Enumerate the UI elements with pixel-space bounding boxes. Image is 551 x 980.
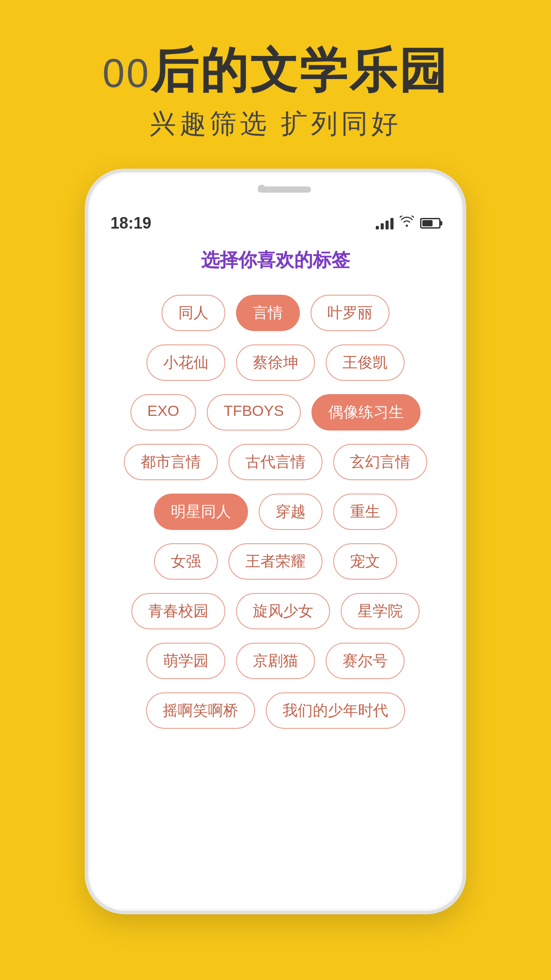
status-bar: 18:19 xyxy=(88,208,463,239)
main-title: 00后的文学乐园 xyxy=(102,44,449,97)
phone-notch xyxy=(88,172,463,208)
tag-5-1[interactable]: 王者荣耀 xyxy=(228,543,323,580)
status-time: 18:19 xyxy=(110,214,151,233)
tag-4-0[interactable]: 明星同人 xyxy=(154,494,248,530)
battery-icon xyxy=(420,218,441,229)
tag-4-2[interactable]: 重生 xyxy=(333,494,397,530)
tag-4-1[interactable]: 穿越 xyxy=(259,494,323,530)
tag-6-2[interactable]: 星学院 xyxy=(341,593,420,629)
tags-row-7: 萌学园京剧猫赛尔号 xyxy=(146,643,405,679)
tag-1-0[interactable]: 小花仙 xyxy=(146,344,225,381)
header-section: 00后的文学乐园 兴趣筛选 扩列同好 xyxy=(0,0,551,169)
tag-3-2[interactable]: 玄幻言情 xyxy=(333,444,427,480)
tag-0-2[interactable]: 叶罗丽 xyxy=(311,295,390,331)
tag-1-1[interactable]: 蔡徐坤 xyxy=(236,344,315,381)
tags-row-3: 都市言情古代言情玄幻言情 xyxy=(124,444,427,480)
phone-speaker xyxy=(258,186,311,193)
tag-6-0[interactable]: 青春校园 xyxy=(131,593,225,629)
tags-row-8: 摇啊笑啊桥我们的少年时代 xyxy=(146,692,405,729)
wifi-icon xyxy=(400,216,414,230)
tag-0-1[interactable]: 言情 xyxy=(236,295,300,331)
title-text: 后的文学乐园 xyxy=(150,43,449,97)
phone-mockup: 18:19 选择你喜欢的标签 同人 xyxy=(85,169,466,914)
tag-7-1[interactable]: 京剧猫 xyxy=(236,643,315,679)
tag-8-1[interactable]: 我们的少年时代 xyxy=(266,692,405,729)
tags-row-6: 青春校园旋风少女星学院 xyxy=(131,593,420,629)
subtitle: 兴趣筛选 扩列同好 xyxy=(150,106,402,142)
tags-row-0: 同人言情叶罗丽 xyxy=(161,295,390,331)
tag-1-2[interactable]: 王俊凯 xyxy=(326,344,405,381)
page-title: 选择你喜欢的标签 xyxy=(110,248,441,273)
tags-row-2: EXOTFBOYS偶像练习生 xyxy=(130,394,421,431)
tag-5-0[interactable]: 女强 xyxy=(154,543,218,580)
phone-content[interactable]: 选择你喜欢的标签 同人言情叶罗丽小花仙蔡徐坤王俊凯EXOTFBOYS偶像练习生都… xyxy=(88,239,463,911)
status-icons xyxy=(376,216,441,230)
tags-container: 同人言情叶罗丽小花仙蔡徐坤王俊凯EXOTFBOYS偶像练习生都市言情古代言情玄幻… xyxy=(110,295,441,729)
tags-row-5: 女强王者荣耀宠文 xyxy=(154,543,397,580)
title-prefix: 00 xyxy=(102,51,150,95)
tag-5-2[interactable]: 宠文 xyxy=(333,543,397,580)
tag-7-2[interactable]: 赛尔号 xyxy=(326,643,405,679)
tag-3-0[interactable]: 都市言情 xyxy=(124,444,218,480)
tag-0-0[interactable]: 同人 xyxy=(161,295,225,331)
tags-row-4: 明星同人穿越重生 xyxy=(154,494,397,530)
tag-8-0[interactable]: 摇啊笑啊桥 xyxy=(146,692,255,729)
tag-2-2[interactable]: 偶像练习生 xyxy=(311,394,421,431)
tags-row-1: 小花仙蔡徐坤王俊凯 xyxy=(146,344,405,381)
tag-3-1[interactable]: 古代言情 xyxy=(228,444,323,480)
signal-icon xyxy=(376,217,394,229)
tag-7-0[interactable]: 萌学园 xyxy=(146,643,225,679)
tag-2-0[interactable]: EXO xyxy=(130,394,196,431)
tag-2-1[interactable]: TFBOYS xyxy=(207,394,301,431)
tag-6-1[interactable]: 旋风少女 xyxy=(236,593,330,629)
